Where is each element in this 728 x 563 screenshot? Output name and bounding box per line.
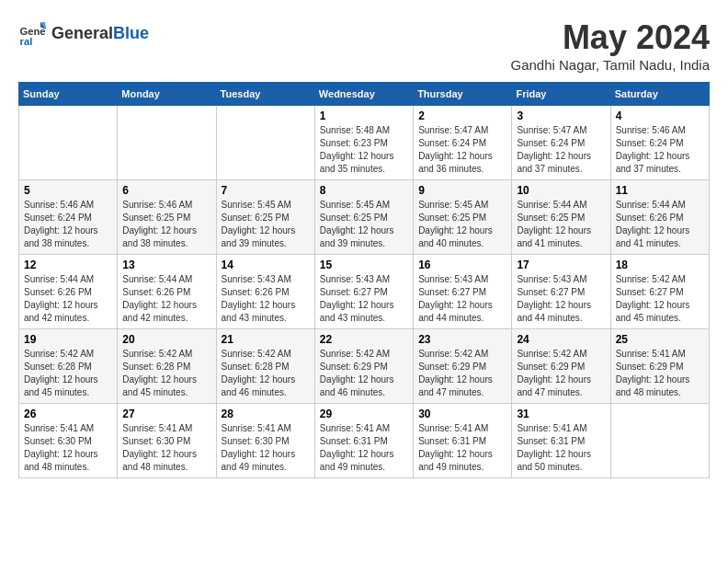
day-info: Sunrise: 5:44 AM Sunset: 6:26 PM Dayligh… xyxy=(616,199,704,250)
calendar-cell: 14Sunrise: 5:43 AM Sunset: 6:26 PM Dayli… xyxy=(216,255,314,329)
calendar-cell xyxy=(216,106,314,180)
day-number: 15 xyxy=(320,259,408,271)
day-info: Sunrise: 5:43 AM Sunset: 6:26 PM Dayligh… xyxy=(222,273,310,325)
day-info: Sunrise: 5:42 AM Sunset: 6:28 PM Dayligh… xyxy=(122,348,210,399)
calendar-cell: 22Sunrise: 5:42 AM Sunset: 6:29 PM Dayli… xyxy=(314,329,413,404)
day-number: 30 xyxy=(418,408,506,420)
day-info: Sunrise: 5:46 AM Sunset: 6:24 PM Dayligh… xyxy=(24,199,112,250)
day-number: 4 xyxy=(616,109,704,122)
calendar-cell: 16Sunrise: 5:43 AM Sunset: 6:27 PM Dayli… xyxy=(414,255,512,329)
calendar-cell: 21Sunrise: 5:42 AM Sunset: 6:28 PM Dayli… xyxy=(216,329,314,404)
day-info: Sunrise: 5:42 AM Sunset: 6:29 PM Dayligh… xyxy=(320,348,408,399)
calendar-cell: 30Sunrise: 5:41 AM Sunset: 6:31 PM Dayli… xyxy=(414,404,512,478)
day-number: 21 xyxy=(222,333,310,346)
calendar-cell: 2Sunrise: 5:47 AM Sunset: 6:24 PM Daylig… xyxy=(414,106,512,180)
day-info: Sunrise: 5:42 AM Sunset: 6:29 PM Dayligh… xyxy=(517,348,605,399)
day-info: Sunrise: 5:44 AM Sunset: 6:26 PM Dayligh… xyxy=(122,273,210,325)
calendar-cell: 25Sunrise: 5:41 AM Sunset: 6:29 PM Dayli… xyxy=(610,329,709,404)
day-number: 9 xyxy=(418,184,506,197)
svg-text:ral: ral xyxy=(20,36,33,47)
day-number: 10 xyxy=(517,184,605,197)
day-info: Sunrise: 5:43 AM Sunset: 6:27 PM Dayligh… xyxy=(418,273,506,325)
calendar-cell: 17Sunrise: 5:43 AM Sunset: 6:27 PM Dayli… xyxy=(512,255,610,329)
weekday-header: Thursday xyxy=(414,83,512,106)
location: Gandhi Nagar, Tamil Nadu, India xyxy=(510,57,710,73)
day-info: Sunrise: 5:41 AM Sunset: 6:31 PM Dayligh… xyxy=(517,422,605,474)
day-info: Sunrise: 5:41 AM Sunset: 6:30 PM Dayligh… xyxy=(24,422,112,474)
day-info: Sunrise: 5:41 AM Sunset: 6:29 PM Dayligh… xyxy=(616,348,704,399)
day-info: Sunrise: 5:43 AM Sunset: 6:27 PM Dayligh… xyxy=(517,273,605,325)
calendar-week-row: 5Sunrise: 5:46 AM Sunset: 6:24 PM Daylig… xyxy=(19,180,710,255)
calendar-cell: 23Sunrise: 5:42 AM Sunset: 6:29 PM Dayli… xyxy=(414,329,512,404)
day-info: Sunrise: 5:48 AM Sunset: 6:23 PM Dayligh… xyxy=(320,124,408,176)
calendar-cell: 27Sunrise: 5:41 AM Sunset: 6:30 PM Dayli… xyxy=(118,404,216,478)
day-info: Sunrise: 5:42 AM Sunset: 6:27 PM Dayligh… xyxy=(616,273,704,325)
calendar-cell: 9Sunrise: 5:45 AM Sunset: 6:25 PM Daylig… xyxy=(414,180,512,255)
calendar-cell: 29Sunrise: 5:41 AM Sunset: 6:31 PM Dayli… xyxy=(314,404,413,478)
calendar-week-row: 1Sunrise: 5:48 AM Sunset: 6:23 PM Daylig… xyxy=(19,106,710,180)
day-number: 27 xyxy=(122,408,210,420)
day-number: 7 xyxy=(222,184,310,197)
day-info: Sunrise: 5:47 AM Sunset: 6:24 PM Dayligh… xyxy=(517,124,605,176)
day-number: 5 xyxy=(24,184,112,197)
day-info: Sunrise: 5:46 AM Sunset: 6:25 PM Dayligh… xyxy=(122,199,210,250)
day-number: 25 xyxy=(616,333,704,346)
day-info: Sunrise: 5:41 AM Sunset: 6:31 PM Dayligh… xyxy=(320,422,408,474)
month-title: May 2024 xyxy=(510,18,710,57)
day-number: 23 xyxy=(418,333,506,346)
calendar-cell: 19Sunrise: 5:42 AM Sunset: 6:28 PM Dayli… xyxy=(19,329,118,404)
day-info: Sunrise: 5:45 AM Sunset: 6:25 PM Dayligh… xyxy=(222,199,310,250)
weekday-header: Friday xyxy=(512,83,610,106)
calendar-table: SundayMondayTuesdayWednesdayThursdayFrid… xyxy=(18,82,710,478)
day-number: 31 xyxy=(517,408,605,420)
day-number: 3 xyxy=(517,109,605,122)
day-info: Sunrise: 5:41 AM Sunset: 6:30 PM Dayligh… xyxy=(222,422,310,474)
day-number: 26 xyxy=(24,408,112,420)
calendar-cell: 8Sunrise: 5:45 AM Sunset: 6:25 PM Daylig… xyxy=(314,180,413,255)
day-number: 2 xyxy=(418,109,506,122)
calendar-cell: 3Sunrise: 5:47 AM Sunset: 6:24 PM Daylig… xyxy=(512,106,610,180)
title-area: May 2024 Gandhi Nagar, Tamil Nadu, India xyxy=(510,18,710,73)
day-number: 19 xyxy=(24,333,112,346)
logo-text: GeneralBlue xyxy=(51,24,149,43)
weekday-header: Saturday xyxy=(610,83,709,106)
calendar-cell: 4Sunrise: 5:46 AM Sunset: 6:24 PM Daylig… xyxy=(610,106,709,180)
day-info: Sunrise: 5:46 AM Sunset: 6:24 PM Dayligh… xyxy=(616,124,704,176)
calendar-cell: 6Sunrise: 5:46 AM Sunset: 6:25 PM Daylig… xyxy=(118,180,216,255)
logo: Gene ral GeneralBlue xyxy=(18,18,149,48)
calendar-cell: 28Sunrise: 5:41 AM Sunset: 6:30 PM Dayli… xyxy=(216,404,314,478)
logo-icon: Gene ral xyxy=(18,18,48,48)
calendar-week-row: 12Sunrise: 5:44 AM Sunset: 6:26 PM Dayli… xyxy=(19,255,710,329)
day-number: 14 xyxy=(222,259,310,271)
calendar-cell: 18Sunrise: 5:42 AM Sunset: 6:27 PM Dayli… xyxy=(610,255,709,329)
day-info: Sunrise: 5:42 AM Sunset: 6:28 PM Dayligh… xyxy=(24,348,112,399)
calendar-cell: 11Sunrise: 5:44 AM Sunset: 6:26 PM Dayli… xyxy=(610,180,709,255)
weekday-header: Sunday xyxy=(19,83,118,106)
calendar-cell xyxy=(19,106,118,180)
day-info: Sunrise: 5:47 AM Sunset: 6:24 PM Dayligh… xyxy=(418,124,506,176)
day-number: 17 xyxy=(517,259,605,271)
calendar-cell: 1Sunrise: 5:48 AM Sunset: 6:23 PM Daylig… xyxy=(314,106,413,180)
day-number: 6 xyxy=(122,184,210,197)
calendar-cell: 31Sunrise: 5:41 AM Sunset: 6:31 PM Dayli… xyxy=(512,404,610,478)
calendar-cell: 13Sunrise: 5:44 AM Sunset: 6:26 PM Dayli… xyxy=(118,255,216,329)
day-info: Sunrise: 5:42 AM Sunset: 6:28 PM Dayligh… xyxy=(222,348,310,399)
calendar-cell: 7Sunrise: 5:45 AM Sunset: 6:25 PM Daylig… xyxy=(216,180,314,255)
calendar-week-row: 26Sunrise: 5:41 AM Sunset: 6:30 PM Dayli… xyxy=(19,404,710,478)
day-info: Sunrise: 5:44 AM Sunset: 6:25 PM Dayligh… xyxy=(517,199,605,250)
calendar-cell: 15Sunrise: 5:43 AM Sunset: 6:27 PM Dayli… xyxy=(314,255,413,329)
calendar-cell xyxy=(118,106,216,180)
calendar-cell: 20Sunrise: 5:42 AM Sunset: 6:28 PM Dayli… xyxy=(118,329,216,404)
day-number: 24 xyxy=(517,333,605,346)
day-number: 18 xyxy=(616,259,704,271)
day-number: 16 xyxy=(418,259,506,271)
day-number: 22 xyxy=(320,333,408,346)
day-number: 11 xyxy=(616,184,704,197)
day-number: 13 xyxy=(122,259,210,271)
day-info: Sunrise: 5:43 AM Sunset: 6:27 PM Dayligh… xyxy=(320,273,408,325)
day-number: 29 xyxy=(320,408,408,420)
calendar-cell: 26Sunrise: 5:41 AM Sunset: 6:30 PM Dayli… xyxy=(19,404,118,478)
weekday-header: Monday xyxy=(118,83,216,106)
calendar-week-row: 19Sunrise: 5:42 AM Sunset: 6:28 PM Dayli… xyxy=(19,329,710,404)
day-number: 8 xyxy=(320,184,408,197)
